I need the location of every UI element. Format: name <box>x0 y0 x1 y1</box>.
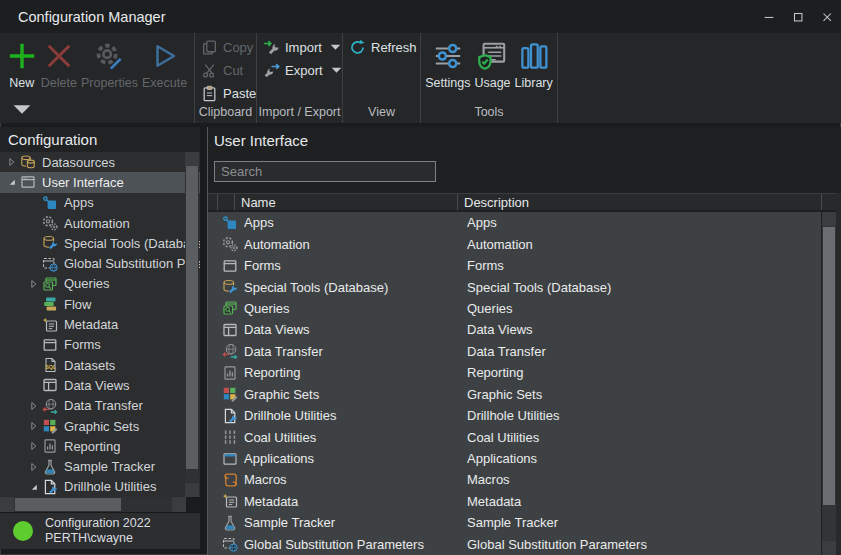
row-name: Apps <box>244 215 467 230</box>
tree-item-global-substitution-parameters[interactable]: Global Substitution Parameters <box>0 253 200 273</box>
maximize-button[interactable] <box>783 0 812 33</box>
scroll-left-arrow-icon[interactable] <box>0 497 14 512</box>
table-row-drillhole-utilities[interactable]: Drillhole UtilitiesDrillhole Utilities <box>208 405 821 426</box>
table-vertical-scrollbar[interactable] <box>822 212 836 555</box>
data-transfer-icon <box>42 398 58 414</box>
tree-item-sample-tracker[interactable]: Sample Tracker <box>0 456 200 476</box>
refresh-button[interactable]: Refresh <box>349 36 420 59</box>
graphic-sets-icon <box>42 418 58 434</box>
export-button[interactable]: Export <box>263 59 342 82</box>
table-row-coal-utilities[interactable]: Coal UtilitiesCoal Utilities <box>208 426 821 447</box>
row-description: Macros <box>467 472 821 487</box>
scrollbar-thumb[interactable] <box>186 166 198 469</box>
arrow-expanded-icon[interactable] <box>26 482 42 492</box>
status-configuration: Configuration 2022 <box>45 516 151 531</box>
tree-item-flow[interactable]: Flow <box>0 294 200 314</box>
tree-horizontal-scrollbar[interactable] <box>0 497 186 512</box>
arrow-collapsed-icon[interactable] <box>26 421 42 431</box>
new-button[interactable]: New <box>5 35 39 125</box>
search-input[interactable] <box>214 161 436 182</box>
paste-label: Paste <box>223 86 256 101</box>
minimize-button[interactable] <box>754 0 783 33</box>
tree-item-label: Forms <box>64 337 101 352</box>
usage-button[interactable]: Usage <box>472 35 512 105</box>
tree-item-datasources[interactable]: Datasources <box>0 152 200 172</box>
tree-item-data-views[interactable]: Data Views <box>0 375 200 395</box>
properties-button[interactable]: Properties <box>79 35 140 125</box>
import-button[interactable]: Import <box>263 36 342 59</box>
row-description: Graphic Sets <box>467 387 821 402</box>
properties-label: Properties <box>81 76 138 90</box>
tree-item-label: Global Substitution Parameters <box>64 256 200 271</box>
table-row-data-transfer[interactable]: Data TransferData Transfer <box>208 341 821 362</box>
scroll-up-arrow-icon[interactable] <box>185 152 199 166</box>
refresh-icon <box>349 39 366 56</box>
row-description: Data Views <box>467 322 821 337</box>
arrow-collapsed-icon[interactable] <box>26 462 42 472</box>
svg-text:SQL: SQL <box>45 364 57 370</box>
settings-button[interactable]: Settings <box>423 35 472 105</box>
row-name: Coal Utilities <box>244 430 467 445</box>
tree-item-user-interface[interactable]: User Interface <box>0 172 200 192</box>
arrow-collapsed-icon[interactable] <box>4 157 20 167</box>
row-name: Reporting <box>244 365 467 380</box>
tree-item-datasets[interactable]: SQLDatasets <box>0 355 200 375</box>
library-button[interactable]: Library <box>513 35 555 105</box>
table-row-applications[interactable]: ApplicationsApplications <box>208 448 821 469</box>
table-row-graphic-sets[interactable]: Graphic SetsGraphic Sets <box>208 384 821 405</box>
tree-item-data-transfer[interactable]: Data Transfer <box>0 396 200 416</box>
arrow-collapsed-icon[interactable] <box>26 401 42 411</box>
copy-button[interactable]: Copy <box>201 36 256 59</box>
tree-item-label: Reporting <box>64 439 120 454</box>
scrollbar-thumb[interactable] <box>15 498 121 511</box>
settings-icon <box>433 37 463 71</box>
table-row-metadata[interactable]: MetadataMetadata <box>208 491 821 512</box>
tree-item-drillhole-utilities[interactable]: Drillhole Utilities <box>0 477 200 497</box>
datasources-icon <box>20 154 36 170</box>
window-controls <box>754 0 841 33</box>
cut-button[interactable]: Cut <box>201 59 256 82</box>
table-row-sample-tracker[interactable]: Sample TrackerSample Tracker <box>208 512 821 533</box>
ribbon-group-clipboard: CopyCutPasteClipboard <box>195 33 257 123</box>
tree-item-forms[interactable]: Forms <box>0 335 200 355</box>
tree-item-graphic-sets[interactable]: Graphic Sets <box>0 416 200 436</box>
column-header-name[interactable]: Name <box>235 194 458 210</box>
row-name: Applications <box>244 451 467 466</box>
table-row-macros[interactable]: MacrosMacros <box>208 469 821 490</box>
tree-item-queries[interactable]: Queries <box>0 274 200 294</box>
table-row-automation[interactable]: AutomationAutomation <box>208 233 821 254</box>
delete-button[interactable]: Delete <box>39 35 79 125</box>
paste-button[interactable]: Paste <box>201 82 256 105</box>
row-name: Drillhole Utilities <box>244 408 467 423</box>
special-tools-icon <box>222 279 238 295</box>
close-button[interactable] <box>812 0 841 33</box>
scroll-down-arrow-icon[interactable] <box>822 541 836 555</box>
table-row-forms[interactable]: FormsForms <box>208 255 821 276</box>
scroll-right-arrow-icon[interactable] <box>172 497 186 512</box>
scroll-down-arrow-icon[interactable] <box>185 483 199 497</box>
automation-icon <box>42 215 58 231</box>
scroll-up-arrow-icon[interactable] <box>822 212 836 226</box>
table-row-queries[interactable]: QueriesQueries <box>208 298 821 319</box>
tree-item-reporting[interactable]: Reporting <box>0 436 200 456</box>
tree-item-automation[interactable]: Automation <box>0 213 200 233</box>
scrollbar-thumb[interactable] <box>823 227 835 505</box>
arrow-expanded-icon[interactable] <box>4 177 20 187</box>
arrow-collapsed-icon[interactable] <box>26 441 42 451</box>
table-row-apps[interactable]: AppsApps <box>208 212 821 233</box>
tree-item-metadata[interactable]: Metadata <box>0 314 200 334</box>
tree-item-apps[interactable]: Apps <box>0 193 200 213</box>
execute-button[interactable]: Execute <box>140 35 189 125</box>
table-row-reporting[interactable]: ReportingReporting <box>208 362 821 383</box>
arrow-collapsed-icon[interactable] <box>26 279 42 289</box>
table-row-global-substitution-parameters[interactable]: Global Substitution ParametersGlobal Sub… <box>208 534 821 555</box>
tree-item-special-tools-database[interactable]: Special Tools (Database) <box>0 233 200 253</box>
table-row-data-views[interactable]: Data ViewsData Views <box>208 319 821 340</box>
tree-vertical-scrollbar[interactable] <box>185 152 199 497</box>
column-header-description[interactable]: Description <box>458 194 822 210</box>
table-row-special-tools-database[interactable]: Special Tools (Database)Special Tools (D… <box>208 276 821 297</box>
data-views-icon <box>222 322 238 338</box>
ribbon-group-view: RefreshView <box>343 33 421 123</box>
sidebar: Configuration DatasourcesUser InterfaceA… <box>0 127 200 555</box>
row-description: Applications <box>467 451 821 466</box>
